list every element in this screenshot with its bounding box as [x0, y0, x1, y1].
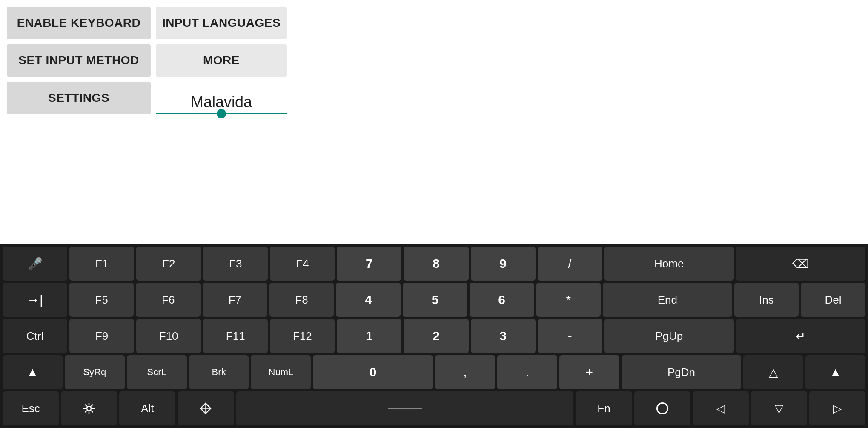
f2-key[interactable]: F2: [136, 247, 201, 281]
dot-key[interactable]: .: [497, 355, 557, 389]
arrow-right-key[interactable]: ▷: [809, 391, 865, 425]
f11-key[interactable]: F11: [203, 319, 268, 353]
brand-dot: [217, 109, 226, 118]
numl-key[interactable]: NumL: [251, 355, 311, 389]
arrow-down-key[interactable]: ▽: [751, 391, 807, 425]
space-key[interactable]: [236, 391, 574, 425]
plus-key[interactable]: +: [559, 355, 619, 389]
star-key[interactable]: *: [536, 283, 601, 317]
arrow-left-key[interactable]: ◁: [693, 391, 749, 425]
keyboard-row-5: Esc Alt Fn ◁ ▽ ▷: [2, 391, 866, 425]
num9-key[interactable]: 9: [471, 247, 536, 281]
sysrq-key[interactable]: SyRq: [65, 355, 125, 389]
brand-name: Malavida: [191, 93, 252, 111]
num3-key[interactable]: 3: [471, 319, 536, 353]
keyboard: 🎤 F1 F2 F3 F4 7 8 9 / Home ⌫ →| F5 F6 F7…: [0, 244, 868, 428]
diamond-key[interactable]: [178, 391, 234, 425]
keyboard-row-3: Ctrl F9 F10 F11 F12 1 2 3 - PgUp ↵: [2, 319, 866, 353]
end-key[interactable]: End: [603, 283, 732, 317]
num7-key[interactable]: 7: [337, 247, 401, 281]
f7-key[interactable]: F7: [203, 283, 267, 317]
num0-key[interactable]: 0: [313, 355, 433, 389]
num2-key[interactable]: 2: [404, 319, 468, 353]
num1-key[interactable]: 1: [337, 319, 401, 353]
circle-icon: [656, 402, 668, 414]
settings-button[interactable]: SETTINGS: [7, 82, 151, 114]
ins-key[interactable]: Ins: [734, 283, 799, 317]
arrow-up-key[interactable]: △: [743, 355, 803, 389]
keyboard-row-2: →| F5 F6 F7 F8 4 5 6 * End Ins Del: [2, 283, 866, 317]
ctrl-key[interactable]: Ctrl: [3, 319, 67, 353]
set-input-method-button[interactable]: SET INPUT METHOD: [7, 44, 151, 77]
enable-keyboard-button[interactable]: ENABLE KEYBOARD: [7, 7, 151, 39]
alt-key[interactable]: Alt: [119, 391, 175, 425]
f5-key[interactable]: F5: [69, 283, 134, 317]
f4-key[interactable]: F4: [270, 247, 335, 281]
tab-key[interactable]: →|: [3, 283, 67, 317]
brand-underline: [156, 113, 287, 114]
f8-key[interactable]: F8: [269, 283, 334, 317]
slash-key[interactable]: /: [538, 247, 602, 281]
f6-key[interactable]: F6: [136, 283, 201, 317]
shift-key[interactable]: ▲: [3, 355, 63, 389]
more-button[interactable]: MORE: [156, 44, 287, 77]
home-key[interactable]: Home: [604, 247, 734, 281]
minus-key[interactable]: -: [538, 319, 602, 353]
enter-key[interactable]: ↵: [736, 319, 865, 353]
num6-key[interactable]: 6: [470, 283, 534, 317]
keyboard-row-4: ▲ SyRq ScrL Brk NumL 0 , . + PgDn △ ▲: [2, 355, 866, 389]
svg-point-0: [87, 406, 91, 411]
pgup-key[interactable]: PgUp: [604, 319, 734, 353]
gear-icon: [83, 402, 95, 414]
f9-key[interactable]: F9: [69, 319, 134, 353]
pgdn-key[interactable]: PgDn: [622, 355, 742, 389]
settings-icon-key[interactable]: [61, 391, 117, 425]
num8-key[interactable]: 8: [404, 247, 468, 281]
comma-key[interactable]: ,: [435, 355, 495, 389]
f12-key[interactable]: F12: [270, 319, 335, 353]
malavida-brand: Malavida: [156, 82, 287, 114]
brk-key[interactable]: Brk: [189, 355, 249, 389]
f10-key[interactable]: F10: [136, 319, 201, 353]
top-menu: ENABLE KEYBOARD INPUT LANGUAGES SET INPU…: [0, 0, 302, 117]
diamond-icon: [200, 402, 212, 414]
fn-key[interactable]: Fn: [576, 391, 632, 425]
backspace-key[interactable]: ⌫: [736, 247, 865, 281]
scrl-key[interactable]: ScrL: [127, 355, 187, 389]
circle-key[interactable]: [634, 391, 690, 425]
input-languages-button[interactable]: INPUT LANGUAGES: [156, 7, 287, 39]
del-key[interactable]: Del: [801, 283, 865, 317]
num5-key[interactable]: 5: [403, 283, 467, 317]
shift2-key[interactable]: ▲: [805, 355, 865, 389]
f3-key[interactable]: F3: [203, 247, 268, 281]
num4-key[interactable]: 4: [336, 283, 401, 317]
f1-key[interactable]: F1: [69, 247, 134, 281]
esc-key[interactable]: Esc: [3, 391, 59, 425]
keyboard-row-1: 🎤 F1 F2 F3 F4 7 8 9 / Home ⌫: [2, 247, 866, 281]
mic-key[interactable]: 🎤: [3, 247, 67, 281]
